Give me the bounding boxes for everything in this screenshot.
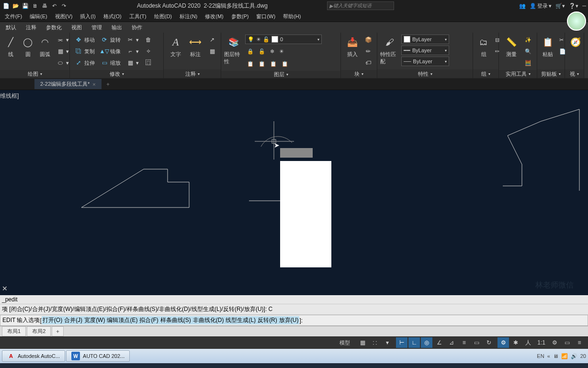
lineweight-dropdown[interactable]: ━━ ByLayer xyxy=(401,46,449,55)
trim-icon[interactable]: ✂▾ xyxy=(124,34,141,45)
stretch-button[interactable]: ⤢拉伸 xyxy=(73,58,97,68)
close-icon[interactable]: × xyxy=(92,81,95,87)
menu-edit[interactable]: 编辑(E) xyxy=(26,12,51,21)
util-icon[interactable]: 🧮 xyxy=(523,58,533,68)
cmd-option[interactable]: 非曲线化(D) xyxy=(192,316,225,324)
login-button[interactable]: 👤 登录 ▾ xyxy=(530,2,552,10)
menu-param[interactable]: 参数(P) xyxy=(227,12,253,21)
exchange-icon[interactable]: 🛒▾ xyxy=(555,3,565,9)
menu-insert[interactable]: 插入(I) xyxy=(76,12,99,21)
cmd-option[interactable]: 拟合(F) xyxy=(138,316,159,324)
array-icon[interactable]: ▦▾ xyxy=(124,58,141,68)
hatch-icon[interactable]: ▦▾ xyxy=(55,46,71,57)
view-button[interactable]: 🧭 xyxy=(568,34,583,50)
menu-modify[interactable]: 修改(M) xyxy=(201,12,227,21)
tray-network-icon[interactable]: 📶 xyxy=(561,353,568,359)
move-button[interactable]: ✥移动 xyxy=(73,34,97,45)
menu-format[interactable]: 格式(O) xyxy=(100,12,125,21)
help-icon[interactable]: ❔▾ xyxy=(569,3,578,9)
add-tab-button[interactable]: ＋ xyxy=(103,80,113,89)
layer-tool-icon[interactable]: 📋 xyxy=(280,58,290,69)
panel-title[interactable]: 图层 xyxy=(221,71,340,78)
workspace-switch-icon[interactable]: ⚙ xyxy=(549,337,560,348)
cmd-option[interactable]: 编辑顶点(E) xyxy=(106,316,138,324)
tray-volume-icon[interactable]: 🔊 xyxy=(571,353,577,359)
plot-icon[interactable]: 🖶 xyxy=(40,1,49,10)
util-icon[interactable]: 🔍 xyxy=(523,46,533,57)
layout-tab[interactable]: 布局2 xyxy=(27,326,51,336)
arc-button[interactable]: ◠圆弧 xyxy=(37,34,53,58)
color-dropdown[interactable]: ByLayer xyxy=(401,34,449,44)
ellipse-icon[interactable]: ⬭▾ xyxy=(55,58,71,68)
layer-tool-icon[interactable]: 📋 xyxy=(257,58,267,69)
fillet-icon[interactable]: ⌐▾ xyxy=(124,46,141,57)
paste-button[interactable]: 📋粘贴 xyxy=(540,34,555,58)
panel-title[interactable]: 块 xyxy=(341,70,377,78)
offset-icon[interactable]: ⿵ xyxy=(143,58,154,68)
linetype-dropdown[interactable]: ── ByLayer xyxy=(401,57,449,66)
workspace-icon[interactable]: ⚙ xyxy=(498,337,509,348)
open-icon[interactable]: 📂 xyxy=(11,1,20,10)
taskbar-app-autocad[interactable]: AAutodesk AutoC... xyxy=(2,350,65,362)
polar-icon[interactable]: ∟ xyxy=(408,337,420,348)
isodraft-icon[interactable]: ◎ xyxy=(421,337,432,348)
menu-view[interactable]: 视图(V) xyxy=(51,12,77,21)
tray-icon[interactable]: 🖥 xyxy=(553,353,558,359)
redo-icon[interactable]: ↷ xyxy=(59,1,68,10)
layer-dropdown[interactable]: 💡☀🔓0 xyxy=(245,34,322,44)
ribbon-tab[interactable]: 输出 xyxy=(107,23,127,33)
circle-button[interactable]: ◯圆 xyxy=(20,34,35,58)
infer-icon[interactable]: ▾ xyxy=(382,337,393,348)
cmd-option[interactable]: 样条曲线(S) xyxy=(159,316,192,324)
saveas-icon[interactable]: 🗎 xyxy=(31,1,39,10)
layer-tool-icon[interactable]: 🔒 xyxy=(245,46,256,57)
panel-title[interactable]: 特性 xyxy=(377,69,473,78)
ribbon-tab[interactable]: 管理 xyxy=(87,23,107,33)
panel-title[interactable]: 修改 xyxy=(70,70,163,78)
cmd-option[interactable]: 线型生成(L) xyxy=(225,316,257,324)
lang-indicator[interactable]: EN xyxy=(537,353,544,359)
cmd-option[interactable]: 反转(R) xyxy=(257,316,278,324)
mirror-button[interactable]: ▲▽镜像 xyxy=(99,46,123,57)
scale-button[interactable]: 1:1 xyxy=(535,337,548,348)
infocenter-icon[interactable]: 👥 xyxy=(519,3,526,9)
tray-chevron-icon[interactable]: « xyxy=(547,353,550,359)
command-prompt[interactable]: EDIT 输入选项 [打开(O) 合并(J) 宽度(W) 编辑顶点(E) 拟合(… xyxy=(0,315,588,326)
dim-button[interactable]: ⟷标注 xyxy=(187,34,205,58)
add-layout-button[interactable]: ＋ xyxy=(52,326,64,336)
anno-monitor-icon[interactable]: ✱ xyxy=(510,337,521,348)
measure-button[interactable]: 📏测量 xyxy=(502,34,521,58)
model-space-button[interactable]: 模型 xyxy=(336,339,354,346)
menu-dim[interactable]: 标注(N) xyxy=(176,12,201,21)
panel-title[interactable]: 剪贴板 xyxy=(537,69,565,78)
transparency-icon[interactable]: ▭ xyxy=(471,337,482,348)
create-block-icon[interactable]: 📦 xyxy=(362,34,374,45)
customize-icon[interactable]: ≡ xyxy=(574,337,585,348)
save-icon[interactable]: 💾 xyxy=(21,1,30,10)
undo-icon[interactable]: ↶ xyxy=(50,1,58,10)
layer-tool-icon[interactable]: 📋 xyxy=(245,58,256,69)
tray-time[interactable]: 20 xyxy=(580,353,586,359)
attr-icon[interactable]: 🏷 xyxy=(362,58,374,68)
grid-icon[interactable]: ▦ xyxy=(357,337,368,348)
search-input[interactable]: ▶ 键入关键字或短语 xyxy=(327,1,394,10)
ribbon-tab[interactable]: 视图 xyxy=(67,23,87,33)
minimize-icon[interactable]: ─ xyxy=(582,3,586,9)
menu-draw[interactable]: 绘图(D) xyxy=(150,12,176,21)
line-button[interactable]: ╱线 xyxy=(3,34,18,58)
drawing-area[interactable]: 维线框] ➤ 林老师微信 ✕ xyxy=(0,90,588,295)
panel-title[interactable]: 注释 xyxy=(164,69,221,78)
menu-file[interactable]: 文件(F) xyxy=(1,12,26,21)
lwt-icon[interactable]: ≡ xyxy=(458,337,470,348)
cycle-icon[interactable]: ↻ xyxy=(483,337,495,348)
snap-icon[interactable]: ⸬ xyxy=(369,337,381,348)
document-tab[interactable]: 2-22编辑多段线工具*× xyxy=(34,79,102,89)
cmd-option[interactable]: 合并(J) xyxy=(63,316,83,324)
layer-tool-icon[interactable]: 🔓 xyxy=(257,46,267,57)
leader-icon[interactable]: ↗ xyxy=(206,34,218,45)
osnap-icon[interactable]: ∠ xyxy=(433,337,445,348)
otrack-icon[interactable]: ⊿ xyxy=(446,337,457,348)
ribbon-tab[interactable]: 协作 xyxy=(127,23,147,33)
layout-tab[interactable]: 布局1 xyxy=(2,326,26,336)
cmd-option[interactable]: 宽度(W) xyxy=(83,316,106,324)
